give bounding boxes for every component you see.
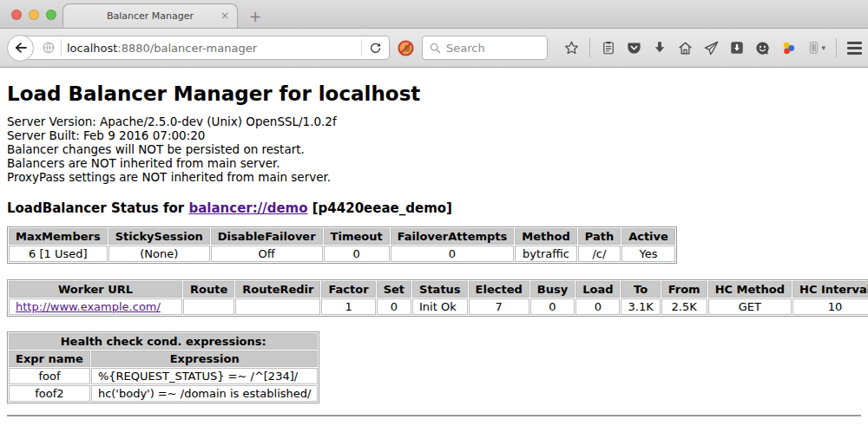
col-route: Route	[183, 281, 234, 298]
cell-routeredir	[235, 298, 320, 315]
page-title: Load Balancer Manager for localhost	[7, 82, 861, 105]
downloads-icon[interactable]	[647, 40, 672, 56]
table-header-row: Expr name Expression	[9, 351, 318, 367]
col-timeout: Timeout	[324, 228, 390, 245]
balancer-demo-link[interactable]: balancer://demo	[188, 200, 307, 216]
cell-method: bytraffic	[515, 246, 576, 262]
url-text[interactable]: localhost:8880/balancer-manager	[67, 42, 361, 55]
url-bar[interactable]: localhost:8880/balancer-manager	[18, 36, 390, 60]
cell-active: Yes	[621, 246, 675, 262]
inherit-notice-line: Balancers are NOT inherited from main se…	[7, 156, 861, 170]
loadbalancer-status-heading: LoadBalancer Status for balancer://demo …	[7, 200, 861, 216]
col-hc-interval: HC Interval	[792, 281, 868, 298]
col-expr-name: Expr name	[9, 351, 90, 367]
cell-busy: 0	[530, 298, 575, 315]
send-tab-icon[interactable]	[698, 40, 724, 56]
pocket-icon[interactable]	[621, 40, 647, 56]
cell-path: /c/	[578, 246, 621, 262]
status-heading-prefix: LoadBalancer Status for	[7, 200, 188, 216]
url-domain: localhost	[67, 42, 117, 55]
col-status: Status	[412, 281, 468, 298]
col-load: Load	[575, 281, 620, 298]
server-info: Server Version: Apache/2.5.0-dev (Unix) …	[7, 115, 861, 184]
health-table-title: Health check cond. expressions:	[9, 333, 318, 350]
cell-expression: hc('body') =~ /domain is established/	[91, 385, 319, 402]
cell-set: 0	[377, 298, 411, 315]
home-icon[interactable]	[672, 40, 698, 56]
col-maxmembers: MaxMembers	[9, 228, 108, 245]
reload-icon	[369, 42, 382, 55]
health-check-table: Health check cond. expressions: Expr nam…	[7, 331, 319, 403]
col-busy: Busy	[530, 281, 575, 298]
col-elected: Elected	[469, 281, 529, 298]
col-to: To	[621, 281, 660, 298]
search-bar[interactable]	[422, 36, 548, 60]
proxypass-notice-line: ProxyPass settings are NOT inherited fro…	[7, 170, 861, 184]
cell-timeout: 0	[324, 246, 390, 262]
cell-maxmembers: 6 [1 Used]	[9, 246, 108, 262]
worker-url-link[interactable]: http://www.example.com/	[16, 300, 161, 313]
search-icon	[429, 42, 442, 55]
cell-route	[183, 298, 234, 315]
video-downloadhelper-icon[interactable]	[775, 40, 801, 56]
table-row: http://www.example.com/ 1 0 Init Ok 7 0 …	[9, 298, 868, 315]
cell-hc-interval: 10	[792, 298, 868, 315]
table-row: 6 [1 Used] (None) Off 0 0 bytraffic /c/ …	[9, 246, 675, 262]
page-content: Load Balancer Manager for localhost Serv…	[0, 68, 868, 426]
col-disablefailover: DisableFailover	[211, 228, 323, 245]
toolbar-divider	[589, 38, 590, 57]
col-method: Method	[515, 228, 576, 245]
chevron-down-icon[interactable]: ▾	[822, 43, 826, 52]
table-row: foof %{REQUEST_STATUS} =~ /^[234]/	[9, 368, 318, 384]
tab-title: Balancer Manager	[107, 10, 194, 22]
search-input[interactable]	[446, 42, 533, 55]
cell-to: 3.1K	[621, 298, 660, 315]
col-from: From	[661, 281, 707, 298]
zoom-window-button[interactable]	[46, 10, 56, 20]
traffic-lights	[11, 10, 56, 20]
minimize-window-button[interactable]	[29, 10, 39, 20]
toolbar-divider	[836, 38, 837, 57]
close-window-button[interactable]	[11, 10, 22, 20]
tab-close-icon[interactable]: ×	[220, 10, 229, 22]
cell-expr-name: foof2	[9, 385, 90, 402]
cell-stickysession: (None)	[108, 246, 210, 262]
cell-elected: 7	[469, 298, 529, 315]
col-stickysession: StickySession	[108, 228, 210, 245]
bookmark-star-icon[interactable]	[558, 40, 584, 56]
table-header-row: MaxMembers StickySession DisableFailover…	[9, 228, 675, 245]
balancer-settings-table: MaxMembers StickySession DisableFailover…	[7, 226, 677, 264]
reload-button[interactable]	[361, 39, 389, 56]
server-built-line: Server Built: Feb 9 2016 07:00:20	[7, 128, 861, 142]
cell-hc-method: GET	[708, 298, 792, 315]
cell-status: Init Ok	[412, 298, 468, 315]
worker-status-table: Worker URL Route RouteRedir Factor Set S…	[7, 279, 868, 317]
back-arrow-icon	[13, 40, 29, 56]
col-worker-url: Worker URL	[9, 281, 182, 298]
cell-factor: 1	[321, 298, 375, 315]
status-heading-suffix: [p4420eeae_demo]	[308, 200, 452, 216]
menu-icon[interactable]	[842, 42, 867, 55]
table-title-row: Health check cond. expressions:	[9, 333, 318, 350]
navigation-toolbar: localhost:8880/balancer-manager	[0, 29, 868, 68]
new-tab-button[interactable]: +	[244, 8, 266, 25]
col-expression: Expression	[91, 351, 319, 367]
plugin-blocked-icon[interactable]	[397, 39, 415, 57]
cell-worker-url: http://www.example.com/	[9, 298, 182, 315]
url-path: :8880/balancer-manager	[117, 42, 257, 55]
tab-balancer-manager[interactable]: Balancer Manager ×	[62, 3, 238, 28]
col-factor: Factor	[321, 281, 375, 298]
cell-load: 0	[575, 298, 620, 315]
tab-bar: Balancer Manager × +	[0, 0, 868, 29]
reading-list-clipboard-icon[interactable]	[595, 40, 621, 56]
back-button[interactable]	[7, 35, 34, 62]
cell-expression: %{REQUEST_STATUS} =~ /^[234]/	[91, 368, 319, 384]
col-set: Set	[377, 281, 411, 298]
persist-notice-line: Balancer changes will NOT be persisted o…	[7, 142, 861, 156]
col-active: Active	[621, 228, 675, 245]
sidebar-extension-icon[interactable]: ▾	[801, 40, 831, 56]
extension-download-icon[interactable]	[724, 40, 749, 56]
col-routeredir: RouteRedir	[235, 281, 320, 298]
table-header-row: Worker URL Route RouteRedir Factor Set S…	[9, 281, 868, 298]
chat-smiley-icon[interactable]	[749, 40, 775, 56]
